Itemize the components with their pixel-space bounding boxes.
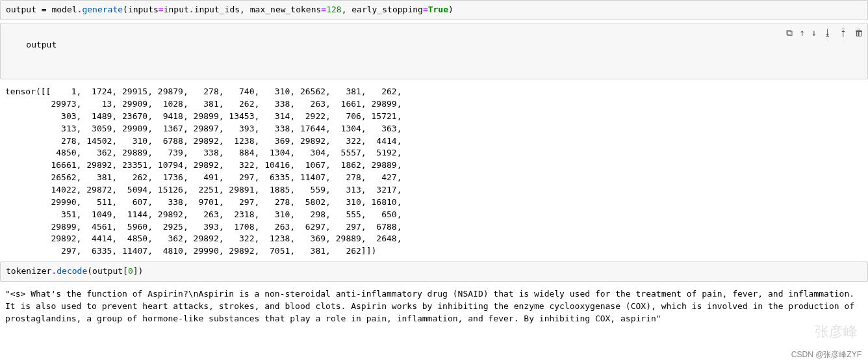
var-output: output	[6, 5, 36, 14]
tensor-output: tensor([[ 1, 1724, 29915, 29879, 278, 74…	[0, 82, 868, 262]
copy-icon[interactable]: ⧉	[786, 26, 793, 39]
move-down-icon[interactable]: ↓	[811, 26, 817, 39]
call-decode: decode	[57, 266, 87, 276]
var-tokenizer: tokenizer	[6, 266, 51, 276]
code-cell-output[interactable]: output ⧉ ↑ ↓ ⭳ ⭱ 🗑	[0, 23, 868, 79]
code-cell-generate[interactable]: output = model.generate(inputs=input.inp…	[0, 0, 868, 20]
decode-output: "<s> What's the function of Aspirin?\nAs…	[0, 284, 868, 329]
download-icon[interactable]: ⭳	[823, 26, 832, 39]
upload-icon[interactable]: ⭱	[839, 26, 848, 39]
delete-icon[interactable]: 🗑	[854, 26, 863, 39]
code-cell-decode[interactable]: tokenizer.decode(output[0])	[0, 262, 868, 282]
cell-toolbar: ⧉ ↑ ↓ ⭳ ⭱ 🗑	[786, 26, 863, 39]
var-model: model	[51, 5, 77, 14]
var-output-expr: output	[26, 40, 57, 49]
move-up-icon[interactable]: ↑	[799, 26, 804, 39]
call-generate: generate	[82, 5, 123, 14]
